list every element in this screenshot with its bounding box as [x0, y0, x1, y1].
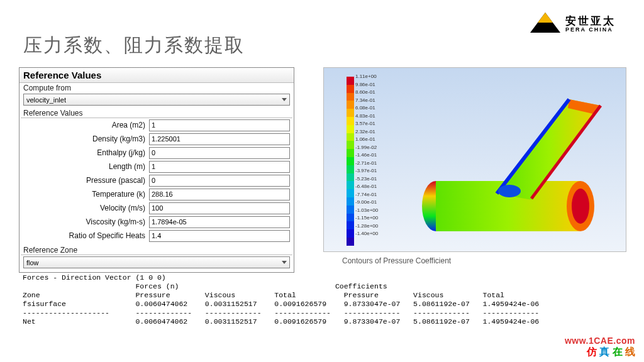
- reference-zone-label: Reference Zone: [19, 245, 294, 255]
- chevron-down-icon: [282, 98, 287, 101]
- reference-values-panel: Reference Values Compute from velocity_i…: [19, 67, 294, 273]
- compute-from-value: velocity_inlet: [26, 96, 66, 104]
- input-temperature[interactable]: 288.16: [149, 189, 290, 200]
- logo-text-en: PERA CHINA: [565, 26, 613, 33]
- watermark-url: www.1CAE.com: [565, 336, 635, 346]
- row-velocity: Velocity (m/s)100: [19, 201, 294, 215]
- input-enthalpy[interactable]: 0: [149, 147, 290, 159]
- wm-char: 仿: [587, 346, 597, 357]
- logo-triangle-icon: [528, 11, 563, 35]
- row-viscosity: Viscosity (kg/m-s)1.7894e-05: [19, 215, 294, 229]
- row-pressure: Pressure (pascal)0: [19, 173, 294, 187]
- row-temperature: Temperature (k)288.16: [19, 187, 294, 201]
- forces-report: Forces - Direction Vector (1 0 0) Forces…: [23, 273, 629, 326]
- page-title: 压力系数、阻力系数提取: [23, 33, 245, 58]
- svg-point-5: [572, 189, 589, 224]
- reference-zone-dropdown[interactable]: flow: [23, 256, 290, 268]
- row-density: Density (kg/m3)1.225001: [19, 132, 294, 146]
- watermark-text: 仿 真 在 线: [587, 346, 635, 359]
- contour-caption: Contours of Pressure Coefficient: [342, 256, 451, 265]
- input-velocity[interactable]: 100: [149, 202, 290, 214]
- row-area: Area (m2)1: [19, 118, 294, 132]
- input-heat-ratio[interactable]: 1.4: [149, 230, 290, 242]
- pressure-contour-geometry: [412, 87, 626, 244]
- label-density: Density (kg/m3): [19, 134, 149, 143]
- color-legend-values: 1.11e+009.86e-018.60e-017.34e-016.08e-01…: [355, 73, 378, 238]
- svg-marker-1: [538, 13, 553, 23]
- wm-char: 在: [613, 346, 623, 357]
- panel-title: Reference Values: [19, 68, 294, 83]
- label-pressure: Pressure (pascal): [19, 176, 149, 185]
- label-enthalpy: Enthalpy (j/kg): [19, 148, 149, 157]
- label-length: Length (m): [19, 162, 149, 171]
- wm-char: 线: [625, 346, 635, 357]
- compute-from-label: Compute from: [19, 83, 294, 92]
- label-area: Area (m2): [19, 121, 149, 129]
- reference-values-group-label: Reference Values: [19, 108, 294, 118]
- reference-zone-value: flow: [26, 259, 39, 266]
- row-enthalpy: Enthalpy (j/kg)0: [19, 146, 294, 160]
- label-temperature: Temperature (k): [19, 190, 149, 199]
- compute-from-dropdown[interactable]: velocity_inlet: [23, 94, 290, 106]
- input-density[interactable]: 1.225001: [149, 133, 290, 145]
- label-viscosity: Viscosity (kg/m-s): [19, 217, 149, 226]
- label-heat-ratio: Ratio of Specific Heats: [19, 231, 149, 240]
- color-legend-bar: [347, 77, 354, 238]
- group-divider: [21, 255, 292, 255]
- chevron-down-icon: [282, 261, 287, 264]
- svg-point-6: [498, 185, 521, 197]
- brand-logo: 安世亚太 PERA CHINA: [528, 11, 631, 38]
- contour-viewport[interactable]: 1.11e+009.86e-018.60e-017.34e-016.08e-01…: [323, 67, 626, 252]
- input-area[interactable]: 1: [149, 119, 290, 131]
- wm-char: 真: [599, 346, 609, 357]
- input-pressure[interactable]: 0: [149, 175, 290, 187]
- input-viscosity[interactable]: 1.7894e-05: [149, 216, 290, 228]
- label-velocity: Velocity (m/s): [19, 204, 149, 212]
- row-heat-ratio: Ratio of Specific Heats1.4: [19, 229, 294, 243]
- row-length: Length (m)1: [19, 160, 294, 173]
- input-length[interactable]: 1: [149, 161, 290, 173]
